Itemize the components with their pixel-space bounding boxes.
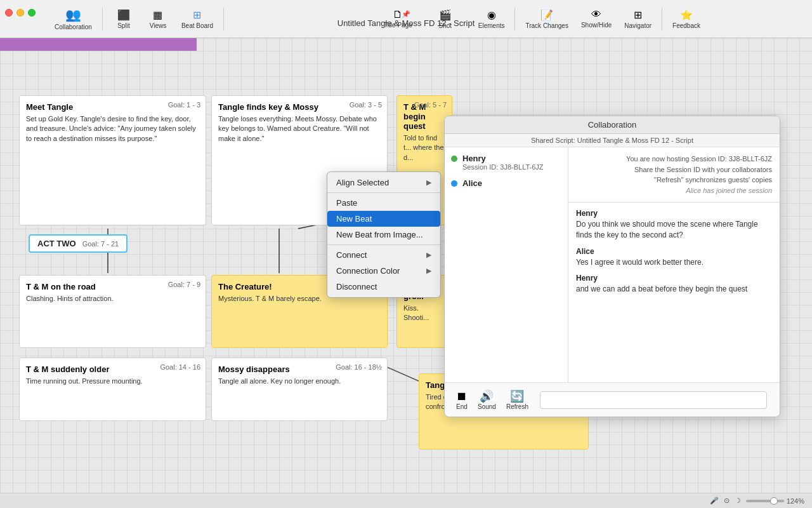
user-henry-session: Session ID: 3J8-BLLT-6JZ — [462, 163, 544, 171]
mic-icon: 🎤 — [710, 497, 719, 505]
traffic-lights — [5, 9, 36, 17]
title-pin: 📌 — [402, 10, 410, 18]
toolbar-divider-3 — [514, 8, 515, 30]
moon-icon: ☽ — [735, 497, 741, 505]
track-changes-icon: 📝 — [540, 9, 553, 21]
card-meet-tangle[interactable]: Meet Tangle Goal: 1 - 3 Set up Gold Key.… — [19, 95, 206, 225]
card-tm-older-body: Time running out. Pressure mounting. — [26, 377, 199, 386]
context-align-selected[interactable]: Align Selected ▶ — [327, 175, 440, 190]
maximize-button[interactable] — [28, 9, 36, 17]
context-menu: Align Selected ▶ Paste New Beat New Beat… — [327, 171, 441, 298]
beat-board-icon: ⊞ — [193, 9, 201, 21]
connection-color-arrow: ▶ — [426, 267, 431, 275]
user-henry-name: Henry — [462, 154, 544, 163]
context-paste[interactable]: Paste — [327, 195, 440, 211]
sound-button[interactable]: 🔊 Sound — [473, 388, 501, 411]
purple-bar — [0, 38, 197, 51]
card-tangle-finds-key-goal: Goal: 3 - 5 — [350, 101, 382, 109]
collaboration-footer: ⏹ End 🔊 Sound 🔄 Refresh — [445, 382, 780, 417]
context-connection-color[interactable]: Connection Color ▶ — [327, 263, 440, 279]
track-changes-button[interactable]: 📝 Track Changes — [520, 6, 573, 32]
chat-input-area — [540, 391, 767, 409]
main-area: Meet Tangle Goal: 1 - 3 Set up Gold Key.… — [0, 38, 812, 508]
minimize-button[interactable] — [16, 9, 24, 17]
card-tm-road-goal: Goal: 7 - 9 — [168, 281, 200, 288]
card-tm-grow-body: Kiss. Shooti... — [403, 304, 445, 323]
collaboration-host-info: You are now hosting Session ID: 3J8-BLLT… — [568, 147, 780, 203]
refresh-icon: 🔄 — [510, 389, 524, 403]
show-hide-icon: 👁 — [591, 9, 601, 20]
window-title: 📌 Untitled Tangle & Moss FD 12 - Script — [337, 0, 475, 37]
card-tm-begin-quest-body: Told to find t... where the d... — [403, 133, 445, 163]
status-bar: 🎤 ⊙ ☽ 124% — [0, 493, 812, 508]
act-two-goal: Goal: 7 - 21 — [82, 240, 119, 248]
chat-msg-henry-2: Henry and we can add a beat before they … — [576, 274, 772, 295]
feedback-button[interactable]: ⭐ Feedback — [667, 6, 705, 32]
navigator-icon: ⊞ — [634, 9, 642, 21]
card-tangle-finds-key-body: Tangle loses everything. Meets Mossy. De… — [218, 114, 381, 144]
chat-msg-henry-1: Henry Do you think we should move the sc… — [576, 209, 772, 241]
views-button[interactable]: ▦ Views — [142, 6, 174, 32]
user-henry-indicator — [451, 156, 457, 162]
user-henry: Henry Session ID: 3J8-BLLT-6JZ — [451, 154, 561, 171]
user-alice-name: Alice — [462, 178, 482, 188]
window-title-text: Untitled Tangle & Moss FD 12 - Script — [337, 18, 475, 28]
collaboration-button[interactable]: 👥 Collaboration — [49, 4, 97, 33]
zoom-level: 124% — [787, 497, 804, 505]
connect-arrow: ▶ — [426, 251, 431, 259]
refresh-button[interactable]: 🔄 Refresh — [501, 388, 534, 411]
card-tm-road-body: Clashing. Hints of attraction. — [26, 294, 199, 304]
card-tm-begin-quest-goal: Goal: 5 - 7 — [414, 101, 447, 109]
toolbar-divider-2 — [223, 8, 224, 30]
context-separator-2 — [327, 244, 440, 245]
beat-board-button[interactable]: ⊞ Beat Board — [176, 6, 218, 32]
collaboration-body: Henry Session ID: 3J8-BLLT-6JZ Alice — [445, 147, 780, 382]
collaboration-panel: Collaboration Shared Script: Untitled Ta… — [444, 116, 780, 417]
show-hide-button[interactable]: 👁 Show/Hide — [576, 6, 617, 31]
collaboration-subheader: Shared Script: Untitled Tangle & Moss FD… — [445, 134, 780, 147]
user-alice: Alice — [451, 178, 561, 188]
alice-joined-msg: Alice has joined the session — [576, 185, 772, 196]
zoom-slider-thumb — [770, 497, 778, 505]
card-meet-tangle-goal: Goal: 1 - 3 — [168, 101, 200, 109]
title-bar: 👥 Collaboration ⬛ Split ▦ Views ⊞ Beat B… — [0, 0, 812, 38]
views-icon: ▦ — [153, 9, 162, 21]
context-connect[interactable]: Connect ▶ — [327, 247, 440, 263]
zoom-controls: 124% — [746, 497, 804, 505]
card-tm-road[interactable]: T & M on the road Goal: 7 - 9 Clashing. … — [19, 275, 206, 348]
beat-board[interactable]: Meet Tangle Goal: 1 - 3 Set up Gold Key.… — [0, 38, 812, 508]
split-icon: ⬛ — [117, 9, 130, 21]
close-button[interactable] — [5, 9, 13, 17]
chat-msg-alice-1: Alice Yes I agree it would work better t… — [576, 247, 772, 268]
card-mossy-disappears-goal: Goal: 16 - 18½ — [336, 363, 382, 371]
chat-input[interactable] — [540, 391, 767, 409]
card-mossy-disappears[interactable]: Mossy disappears Goal: 16 - 18½ Tangle a… — [211, 358, 388, 421]
context-new-beat-from-image[interactable]: New Beat from Image... — [327, 227, 440, 243]
zoom-slider[interactable] — [746, 500, 784, 502]
navigator-button[interactable]: ⊞ Navigator — [619, 6, 657, 32]
toolbar-divider-1 — [102, 8, 103, 30]
card-meet-tangle-body: Set up Gold Key. Tangle's desire to find… — [26, 114, 199, 144]
end-button[interactable]: ⏹ End — [451, 389, 473, 411]
collaboration-right: You are now hosting Session ID: 3J8-BLLT… — [568, 147, 780, 382]
card-tm-older-goal: Goal: 14 - 16 — [160, 363, 200, 371]
collaboration-header: Collaboration — [445, 116, 780, 134]
split-button[interactable]: ⬛ Split — [108, 6, 140, 32]
act-two-text: ACT TWO — [37, 239, 76, 248]
end-icon: ⏹ — [456, 390, 468, 403]
card-mossy-disappears-body: Tangle all alone. Key no longer enough. — [218, 377, 381, 386]
act-two-label[interactable]: ACT TWO Goal: 7 - 21 — [29, 234, 128, 253]
toolbar-divider-4 — [662, 8, 662, 30]
sound-icon: 🔊 — [480, 389, 494, 403]
card-tm-older[interactable]: T & M suddenly older Goal: 14 - 16 Time … — [19, 358, 206, 421]
context-new-beat[interactable]: New Beat — [327, 211, 440, 227]
collaboration-icon: 👥 — [65, 7, 81, 22]
context-disconnect[interactable]: Disconnect — [327, 279, 440, 295]
circle-icon: ⊙ — [724, 497, 730, 505]
user-alice-indicator — [451, 180, 457, 187]
elements-icon: ◉ — [487, 9, 496, 21]
collaboration-chat: Henry Do you think we should move the sc… — [568, 203, 780, 382]
context-separator-1 — [327, 192, 440, 193]
elements-button[interactable]: ◉ Elements — [473, 6, 510, 32]
align-selected-arrow: ▶ — [426, 178, 431, 187]
